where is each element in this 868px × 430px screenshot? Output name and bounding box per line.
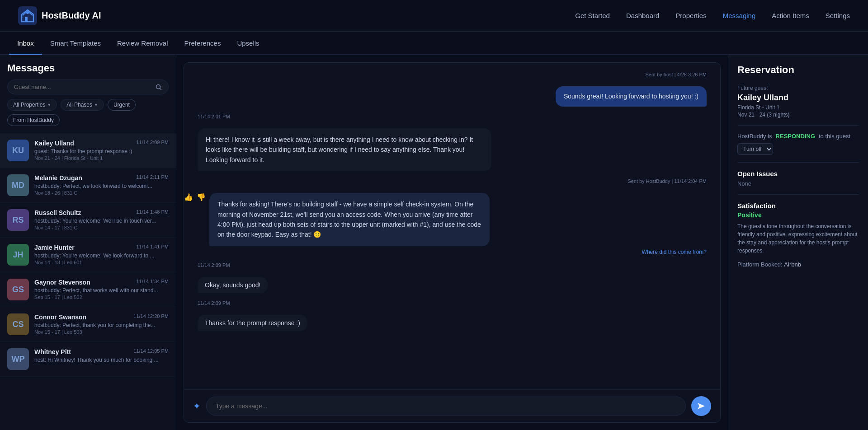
sender-name: Gaynor Stevenson <box>34 279 90 286</box>
message-content: Russell Schultz 11/14 1:48 PM hostbuddy:… <box>34 209 169 230</box>
sparkle-icon[interactable]: ✦ <box>193 401 201 411</box>
platform-value: Airbnb <box>784 261 801 268</box>
sender-name: Connor Swanson <box>34 313 86 321</box>
message-meta: Nov 21 - 24 | Florida St - Unit 1 <box>34 155 169 161</box>
sender-name: Whitney Pitt <box>34 348 71 355</box>
sender-name: Jamie Hunter <box>34 244 75 251</box>
tab-smart-templates[interactable]: Smart Templates <box>42 31 109 55</box>
filter-row: All Properties ▼ All Phases ▼ Urgent <box>7 99 169 111</box>
chat-input-area: ✦ <box>184 389 720 422</box>
nav-get-started[interactable]: Get Started <box>575 12 610 19</box>
chat-area: Sent by host | 4/28 3:26 PMSounds great!… <box>184 62 721 423</box>
message-content: Connor Swanson 11/14 12:20 PM hostbuddy:… <box>34 313 169 335</box>
message-list: KU Kailey Ulland 11/14 2:09 PM guest: Th… <box>0 133 176 430</box>
list-item[interactable]: GS Gaynor Stevenson 11/14 1:34 PM hostbu… <box>0 272 176 307</box>
guest-dates: Nov 21 - 24 (3 nights) <box>737 112 859 118</box>
avatar: WP <box>7 348 29 370</box>
tab-upsells[interactable]: Upsells <box>229 31 267 55</box>
hostbuddy-message-meta: Sent by HostBuddy | 11/14 2:04 PM <box>198 178 707 184</box>
divider-3 <box>737 194 859 195</box>
search-box[interactable] <box>7 79 169 94</box>
guest-message-bubble: Thanks for the prompt response :) <box>198 315 307 331</box>
svg-rect-0 <box>18 6 37 25</box>
message-timestamp: 11/14 2:01 PM <box>198 114 707 119</box>
list-item[interactable]: RS Russell Schultz 11/14 1:48 PM hostbud… <box>0 203 176 238</box>
list-item[interactable]: MD Melanie Dzugan 11/14 2:11 PM hostbudd… <box>0 168 176 203</box>
message-timestamp: 11/14 2:09 PM <box>198 262 707 268</box>
send-button[interactable] <box>691 396 711 416</box>
avatar: CS <box>7 313 29 335</box>
hostbuddy-status-suffix: to this guest <box>819 133 850 140</box>
message-preview: host: Hi Whitney! Thank you so much for … <box>34 357 169 363</box>
message-time: 11/14 1:48 PM <box>136 209 169 215</box>
source-link[interactable]: Where did this come from? <box>209 249 707 255</box>
tab-review-removal[interactable]: Review Removal <box>109 31 176 55</box>
hostbuddy-label: HostBuddy is <box>737 133 772 140</box>
message-preview: hostbuddy: You're welcome! We'll be in t… <box>34 218 169 224</box>
filter-row-2: From HostBuddy <box>7 114 169 126</box>
message-meta: Nov 15 - 17 | Leo 503 <box>34 329 169 335</box>
divider-2 <box>737 162 859 163</box>
filter-urgent[interactable]: Urgent <box>108 99 136 111</box>
main-content: Messages All Properties ▼ All Phases ▼ U… <box>0 55 868 430</box>
nav-action-items[interactable]: Action Items <box>772 12 809 19</box>
list-item[interactable]: KU Kailey Ulland 11/14 2:09 PM guest: Th… <box>0 133 176 168</box>
satisfaction-description: The guest's tone throughout the conversa… <box>737 222 859 255</box>
list-item[interactable]: JH Jamie Hunter 11/14 1:41 PM hostbuddy:… <box>0 238 176 272</box>
chevron-down-icon: ▼ <box>94 103 98 107</box>
filter-all-phases[interactable]: All Phases ▼ <box>61 99 104 111</box>
tab-inbox[interactable]: Inbox <box>9 31 42 55</box>
nav-settings[interactable]: Settings <box>826 12 850 19</box>
filter-from-hostbuddy[interactable]: From HostBuddy <box>7 114 60 126</box>
guest-message-bubble: Okay, sounds good! <box>198 277 268 293</box>
avatar: GS <box>7 279 29 300</box>
right-panel: Reservation Future guest Kailey Ulland F… <box>728 55 868 430</box>
hostbuddy-message-bubble: Thanks for asking! There's no building s… <box>209 193 490 246</box>
list-item[interactable]: CS Connor Swanson 11/14 12:20 PM hostbud… <box>0 307 176 342</box>
main-nav: Get Started Dashboard Properties Messagi… <box>575 12 850 19</box>
messages-title: Messages <box>7 62 169 74</box>
nav-dashboard[interactable]: Dashboard <box>626 12 659 19</box>
message-content: Jamie Hunter 11/14 1:41 PM hostbuddy: Yo… <box>34 244 169 265</box>
message-meta: Sep 15 - 17 | Leo 502 <box>34 294 169 300</box>
avatar: KU <box>7 140 29 161</box>
message-time: 11/14 12:05 PM <box>133 348 169 354</box>
host-message-bubble: Sounds great! Looking forward to hosting… <box>556 86 707 107</box>
guest-property: Florida St - Unit 1 <box>737 104 859 111</box>
search-input[interactable] <box>14 84 152 90</box>
filter-all-properties[interactable]: All Properties ▼ <box>7 99 57 111</box>
guest-name: Kailey Ulland <box>737 93 859 103</box>
logo-icon <box>18 6 37 25</box>
message-header: Jamie Hunter 11/14 1:41 PM <box>34 244 169 251</box>
message-meta: Nov 14 - 17 | 831 C <box>34 225 169 230</box>
search-icon <box>156 84 162 90</box>
sidebar-header: Messages All Properties ▼ All Phases ▼ U… <box>0 55 176 133</box>
avatar: RS <box>7 209 29 231</box>
send-icon <box>697 402 706 411</box>
message-header: Gaynor Stevenson 11/14 1:34 PM <box>34 279 169 286</box>
message-content: Whitney Pitt 11/14 12:05 PM host: Hi Whi… <box>34 348 169 363</box>
satisfaction-badge: Positive <box>737 211 859 219</box>
sent-by-host-meta: Sent by host | 4/28 3:26 PM <box>198 72 707 77</box>
hostbuddy-status-row: HostBuddy is RESPONDING to this guest <box>737 133 859 140</box>
message-meta: Nov 18 - 26 | 831 C <box>34 190 169 196</box>
message-header: Connor Swanson 11/14 12:20 PM <box>34 313 169 321</box>
message-time: 11/14 2:11 PM <box>136 174 169 180</box>
tab-preferences[interactable]: Preferences <box>176 31 229 55</box>
turn-off-select[interactable]: Turn off <box>737 143 773 155</box>
message-content: Gaynor Stevenson 11/14 1:34 PM hostbuddy… <box>34 279 169 300</box>
sender-name: Russell Schultz <box>34 209 81 216</box>
nav-properties[interactable]: Properties <box>675 12 706 19</box>
list-item[interactable]: WP Whitney Pitt 11/14 12:05 PM host: Hi … <box>0 342 176 377</box>
sidebar: Messages All Properties ▼ All Phases ▼ U… <box>0 55 176 430</box>
message-timestamp: 11/14 2:09 PM <box>198 300 707 306</box>
nav-messaging[interactable]: Messaging <box>723 12 756 19</box>
platform-row: Platform Booked: Airbnb <box>737 261 859 268</box>
platform-label: Platform Booked: <box>737 261 783 268</box>
chat-input[interactable] <box>206 397 686 416</box>
thumbs-up-icon[interactable]: 👍 <box>184 193 193 201</box>
thumbs-down-icon[interactable]: 👎 <box>197 193 206 201</box>
message-header: Whitney Pitt 11/14 12:05 PM <box>34 348 169 355</box>
hostbuddy-responding-badge: RESPONDING <box>776 133 815 140</box>
guest-label: Future guest <box>737 85 859 91</box>
